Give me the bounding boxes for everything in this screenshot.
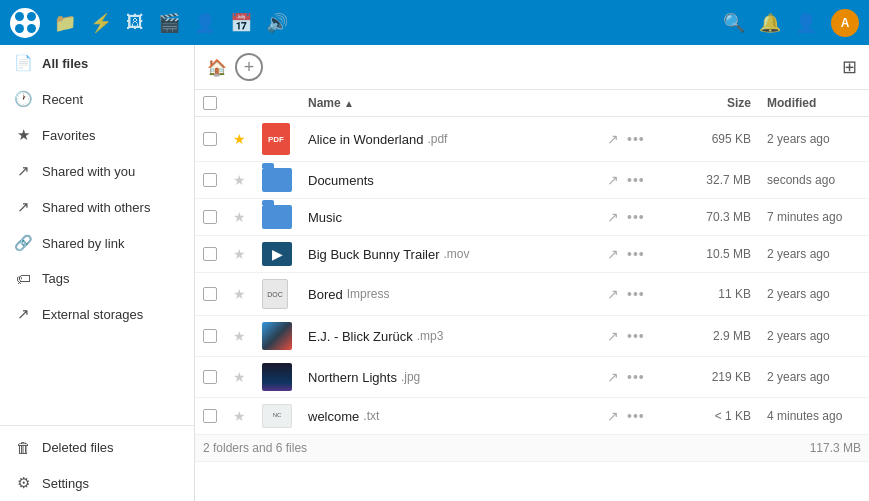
more-actions-button[interactable]: ••• bbox=[627, 286, 645, 302]
video-nav-icon[interactable]: 🎬 bbox=[158, 12, 180, 34]
row-checkbox[interactable] bbox=[203, 247, 217, 261]
more-actions-button[interactable]: ••• bbox=[627, 369, 645, 385]
sidebar-label-external-storages: External storages bbox=[42, 307, 143, 322]
more-actions-button[interactable]: ••• bbox=[627, 408, 645, 424]
row-size-cell: 32.7 MB bbox=[679, 162, 759, 199]
file-name: Documents bbox=[308, 173, 374, 188]
row-name-cell[interactable]: E.J. - Blick Zurück .mp3 bbox=[300, 316, 599, 357]
row-name-cell[interactable]: Northern Lights .jpg bbox=[300, 357, 599, 398]
row-actions-cell: ↗ ••• bbox=[599, 199, 679, 236]
row-name-cell[interactable]: Documents bbox=[300, 162, 599, 199]
more-actions-button[interactable]: ••• bbox=[627, 131, 645, 147]
row-name-cell[interactable]: Big Buck Bunny Trailer .mov bbox=[300, 236, 599, 273]
sidebar-label-shared-by-link: Shared by link bbox=[42, 236, 124, 251]
row-modified-cell: 7 minutes ago bbox=[759, 199, 869, 236]
sort-arrow-icon: ▲ bbox=[344, 98, 354, 109]
share-button[interactable]: ↗ bbox=[607, 172, 619, 188]
row-checkbox[interactable] bbox=[203, 132, 217, 146]
photos-nav-icon[interactable]: 🖼 bbox=[126, 12, 144, 33]
row-icon-cell: PDF bbox=[254, 117, 300, 162]
row-star-cell: ★ bbox=[225, 273, 254, 316]
logo[interactable] bbox=[10, 8, 40, 38]
row-checkbox[interactable] bbox=[203, 287, 217, 301]
row-name-cell[interactable]: Bored Impress bbox=[300, 273, 599, 316]
more-actions-button[interactable]: ••• bbox=[627, 246, 645, 262]
user-status-icon[interactable]: 👤 bbox=[795, 12, 817, 34]
calendar-nav-icon[interactable]: 📅 bbox=[230, 12, 252, 34]
top-navigation: 📁 ⚡ 🖼 🎬 👤 📅 🔊 🔍 🔔 👤 A bbox=[0, 0, 869, 45]
contacts-nav-icon[interactable]: 👤 bbox=[194, 12, 216, 34]
share-button[interactable]: ↗ bbox=[607, 209, 619, 225]
row-icon-cell bbox=[254, 357, 300, 398]
sidebar-item-external-storages[interactable]: ↗ External storages bbox=[0, 296, 194, 332]
star-toggle[interactable]: ★ bbox=[233, 246, 246, 262]
file-list-footer: 2 folders and 6 files 117.3 MB bbox=[195, 435, 869, 462]
files-nav-icon[interactable]: 📁 bbox=[54, 12, 76, 34]
table-row: ★ NC welcome .txt ↗ ••• < 1 KB 4 minutes… bbox=[195, 398, 869, 435]
row-icon-cell: DOC bbox=[254, 273, 300, 316]
sidebar-item-shared-with-you[interactable]: ↗ Shared with you bbox=[0, 153, 194, 189]
row-size-cell: 695 KB bbox=[679, 117, 759, 162]
home-button[interactable]: 🏠 bbox=[207, 58, 227, 77]
footer-total-size: 117.3 MB bbox=[679, 435, 869, 462]
add-button[interactable]: + bbox=[235, 53, 263, 81]
search-nav-icon[interactable]: 🔍 bbox=[723, 12, 745, 34]
share-button[interactable]: ↗ bbox=[607, 286, 619, 302]
star-toggle[interactable]: ★ bbox=[233, 131, 246, 147]
row-actions-cell: ↗ ••• bbox=[599, 398, 679, 435]
audio-nav-icon[interactable]: 🔊 bbox=[266, 12, 288, 34]
row-icon-cell bbox=[254, 199, 300, 236]
share-button[interactable]: ↗ bbox=[607, 246, 619, 262]
share-button[interactable]: ↗ bbox=[607, 369, 619, 385]
sidebar-item-shared-with-others[interactable]: ↗ Shared with others bbox=[0, 189, 194, 225]
row-checkbox[interactable] bbox=[203, 173, 217, 187]
sidebar-item-settings[interactable]: ⚙ Settings bbox=[0, 465, 194, 501]
star-toggle[interactable]: ★ bbox=[233, 209, 246, 225]
share-button[interactable]: ↗ bbox=[607, 131, 619, 147]
share-button[interactable]: ↗ bbox=[607, 328, 619, 344]
star-toggle[interactable]: ★ bbox=[233, 328, 246, 344]
share-button[interactable]: ↗ bbox=[607, 408, 619, 424]
row-checkbox-cell bbox=[195, 273, 225, 316]
sidebar-item-deleted-files[interactable]: 🗑 Deleted files bbox=[0, 430, 194, 465]
column-size-header[interactable]: Size bbox=[679, 90, 759, 117]
row-checkbox[interactable] bbox=[203, 210, 217, 224]
row-actions-cell: ↗ ••• bbox=[599, 273, 679, 316]
sidebar-item-shared-by-link[interactable]: 🔗 Shared by link bbox=[0, 225, 194, 261]
avatar[interactable]: A bbox=[831, 9, 859, 37]
row-name-cell[interactable]: Music bbox=[300, 199, 599, 236]
column-modified-header[interactable]: Modified bbox=[759, 90, 869, 117]
row-checkbox[interactable] bbox=[203, 329, 217, 343]
row-checkbox[interactable] bbox=[203, 409, 217, 423]
deleted-files-icon: 🗑 bbox=[14, 439, 32, 456]
more-actions-button[interactable]: ••• bbox=[627, 209, 645, 225]
star-toggle[interactable]: ★ bbox=[233, 408, 246, 424]
toolbar: 🏠 + ⊞ bbox=[195, 45, 869, 90]
star-toggle[interactable]: ★ bbox=[233, 286, 246, 302]
sidebar-item-all-files[interactable]: 📄 All files bbox=[0, 45, 194, 81]
more-actions-button[interactable]: ••• bbox=[627, 328, 645, 344]
sidebar-item-favorites[interactable]: ★ Favorites bbox=[0, 117, 194, 153]
star-toggle[interactable]: ★ bbox=[233, 172, 246, 188]
row-name-cell[interactable]: Alice in Wonderland .pdf bbox=[300, 117, 599, 162]
row-star-cell: ★ bbox=[225, 316, 254, 357]
row-star-cell: ★ bbox=[225, 398, 254, 435]
notifications-icon[interactable]: 🔔 bbox=[759, 12, 781, 34]
file-name: welcome bbox=[308, 409, 359, 424]
row-name-cell[interactable]: welcome .txt bbox=[300, 398, 599, 435]
row-icon-cell: NC bbox=[254, 398, 300, 435]
select-all-checkbox[interactable] bbox=[203, 96, 217, 110]
grid-view-button[interactable]: ⊞ bbox=[842, 56, 857, 78]
more-actions-button[interactable]: ••• bbox=[627, 172, 645, 188]
column-name-header[interactable]: Name ▲ bbox=[300, 90, 599, 117]
row-checkbox[interactable] bbox=[203, 370, 217, 384]
sidebar-label-shared-with-others: Shared with others bbox=[42, 200, 150, 215]
row-modified-cell: seconds ago bbox=[759, 162, 869, 199]
recent-icon: 🕐 bbox=[14, 90, 32, 108]
sidebar-item-recent[interactable]: 🕐 Recent bbox=[0, 81, 194, 117]
file-name: Alice in Wonderland bbox=[308, 132, 423, 147]
sidebar-item-tags[interactable]: 🏷 Tags bbox=[0, 261, 194, 296]
activity-nav-icon[interactable]: ⚡ bbox=[90, 12, 112, 34]
star-toggle[interactable]: ★ bbox=[233, 369, 246, 385]
row-modified-cell: 2 years ago bbox=[759, 273, 869, 316]
